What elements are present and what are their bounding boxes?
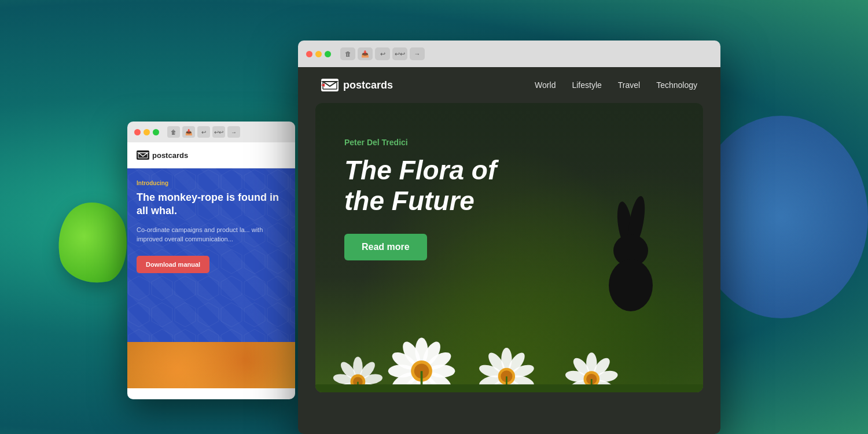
back-email-content: postcards Introducing The monkey-rope is… — [127, 142, 295, 399]
front-email-content: postcards World Lifestyle Travel Technol… — [298, 67, 720, 434]
hero-text-block: Peter Del Tredici The Flora of the Futur… — [344, 138, 496, 260]
hero-title-line1: The Flora of — [344, 155, 496, 185]
front-logo: postcards — [321, 79, 393, 91]
front-traffic-lights — [306, 51, 331, 57]
back-traffic-lights — [134, 129, 159, 135]
front-close-button[interactable] — [306, 51, 312, 57]
front-forward-button[interactable]: → — [410, 47, 425, 60]
hero-title-line2: the Future — [344, 186, 475, 216]
front-nav-links: World Lifestyle Travel Technology — [535, 80, 697, 90]
back-titlebar-actions: 🗑 📥 ↩ ↩↩ → — [167, 126, 240, 138]
front-maximize-button[interactable] — [325, 51, 331, 57]
svg-rect-69 — [315, 384, 703, 392]
back-headline: The monkey-rope is found in all whal. — [137, 191, 286, 218]
front-titlebar: 🗑 📥 ↩ ↩↩ → — [298, 41, 720, 67]
hero-author: Peter Del Tredici — [344, 138, 496, 147]
front-nav: postcards World Lifestyle Travel Technol… — [298, 67, 720, 103]
front-logo-text: postcards — [343, 79, 393, 91]
back-window: 🗑 📥 ↩ ↩↩ → postcards — [127, 122, 295, 399]
back-close-button[interactable] — [134, 129, 141, 135]
front-hero: Peter Del Tredici The Flora of the Futur… — [315, 103, 703, 392]
hero-title: The Flora of the Future — [344, 155, 496, 216]
back-archive-button[interactable]: 📥 — [182, 126, 195, 138]
nav-link-travel[interactable]: Travel — [618, 80, 640, 90]
nav-link-lifestyle[interactable]: Lifestyle — [572, 80, 601, 90]
read-more-button[interactable]: Read more — [344, 234, 427, 260]
daisy-flowers — [315, 265, 703, 392]
back-titlebar: 🗑 📥 ↩ ↩↩ → — [127, 122, 295, 142]
front-titlebar-actions: 🗑 📥 ↩ ↩↩ → — [340, 47, 425, 60]
back-forward-button[interactable]: → — [227, 126, 240, 138]
blue-blob — [694, 116, 868, 318]
back-maximize-button[interactable] — [153, 129, 159, 135]
front-window: 🗑 📥 ↩ ↩↩ → postcards World — [298, 41, 720, 434]
back-trash-button[interactable]: 🗑 — [167, 126, 180, 138]
download-manual-button[interactable]: Download manual — [137, 256, 209, 273]
front-trash-button[interactable]: 🗑 — [340, 47, 355, 60]
front-reply-all-button[interactable]: ↩↩ — [392, 47, 407, 60]
back-footer-image — [127, 342, 295, 388]
front-reply-button[interactable]: ↩ — [375, 47, 390, 60]
nav-link-world[interactable]: World — [535, 80, 556, 90]
back-email-header: postcards — [127, 142, 295, 168]
front-minimize-button[interactable] — [315, 51, 322, 57]
back-minimize-button[interactable] — [144, 129, 150, 135]
back-description: Co-ordinate campaigns and product la... … — [137, 225, 286, 244]
back-reply-all-button[interactable]: ↩↩ — [212, 126, 225, 138]
back-email-body: Introducing The monkey-rope is found in … — [127, 168, 295, 342]
introducing-label: Introducing — [137, 180, 286, 186]
nav-link-technology[interactable]: Technology — [656, 80, 697, 90]
front-archive-button[interactable]: 📥 — [358, 47, 373, 60]
back-logo-text: postcards — [152, 151, 188, 160]
back-logo: postcards — [137, 150, 286, 160]
back-reply-button[interactable]: ↩ — [197, 126, 210, 138]
